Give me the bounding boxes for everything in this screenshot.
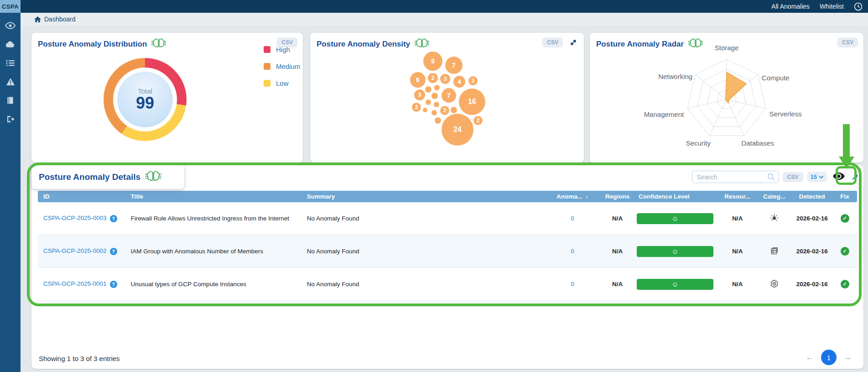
book-icon [6,96,14,106]
sidebar-item-overview[interactable] [5,22,16,31]
details-controls: CSV 15 [692,171,859,183]
density-bubble[interactable]: 7 [442,88,456,103]
firewall-network-icon[interactable] [770,214,779,222]
details-csv-button[interactable]: CSV [783,172,803,182]
showing-entries-text: Showing 1 to 3 of 3 entries [39,355,120,362]
whitelist-link[interactable]: Whitelist [820,3,844,10]
sidebar-item-list[interactable] [5,59,16,68]
density-bubble[interactable] [431,93,438,99]
anomaly-id-link[interactable]: CSPA-GCP-2025-0001 [43,280,107,287]
density-bubble[interactable] [451,107,457,113]
table-row: CSPA-GCP-2025-0002?IAM Group with Anomal… [38,235,857,268]
search-icon [767,173,775,183]
table-row: CSPA-GCP-2025-0001?Unusual types of GCP … [38,268,857,301]
details-expand-icon[interactable] [851,173,859,181]
detected-date-cell: 2026-02-16 [791,268,832,301]
legend-swatch-low [264,80,270,87]
warning-icon [6,78,15,88]
sidebar-item-alerts[interactable] [5,78,16,87]
dashboard-screen: CSPA All Anomalies Whitelist [0,0,868,372]
iam-group-icon[interactable] [770,246,779,255]
confidence-level-bar: ☺ [637,279,713,290]
density-bubble[interactable]: 7 [445,57,463,74]
density-bubble[interactable] [426,100,431,105]
anomaly-id-link[interactable]: CSPA-GCP-2025-0002 [43,247,107,254]
all-anomalies-link[interactable]: All Anomalies [771,3,810,10]
density-bubble[interactable]: 2 [473,116,483,125]
sidebar-item-signout[interactable] [5,115,16,125]
distribution-card-title: Posture Anomaly Distribution [38,37,166,51]
clock-icon[interactable] [854,2,863,11]
sidebar-item-reports[interactable] [5,97,16,106]
toggle-visibility-eye-button[interactable] [831,172,847,183]
regions-cell: N/A [599,235,636,268]
search-input[interactable] [692,171,779,183]
legend-swatch-high [264,46,270,53]
radar-axis-label: Serverless [769,110,802,118]
signout-icon [6,115,15,125]
anomaly-table: IDTitleSummaryAnoma...↓RegionsConfidence… [38,191,857,301]
ai-brain-icon [151,37,166,51]
anomaly-radar-chart: StorageComputeServerlessDatabasesSecurit… [590,33,863,162]
radar-axis-label: Storage [715,44,739,52]
chevron-down-icon [819,173,824,180]
anomaly-id-link[interactable]: CSPA-GCP-2025-0003 [43,215,107,221]
column-header-fix[interactable]: Fix [832,191,857,202]
confidence-level-bar: ☺ [637,213,713,224]
density-bubble[interactable] [434,102,439,107]
anomaly-summary-cell: No Anomaly Found [304,202,546,235]
next-page-arrow[interactable]: → [843,352,852,362]
column-header-resour[interactable]: Resour... [718,191,757,202]
density-bubble[interactable] [425,86,431,93]
breadcrumb-dashboard[interactable]: Dashboard [44,16,76,23]
resources-cell: N/A [718,235,757,268]
page-1-button[interactable]: 1 [821,350,837,365]
density-bubble[interactable] [423,108,427,112]
radar-axis-label: Management [644,110,684,118]
column-header-id[interactable]: ID [38,191,128,202]
sidebar-item-cloud[interactable] [5,41,16,50]
help-icon[interactable]: ? [110,248,117,255]
fix-check-icon[interactable]: ✓ [841,247,849,256]
fix-check-icon[interactable]: ✓ [841,214,849,223]
density-bubble[interactable]: 3 [440,74,450,84]
list-icon [6,59,15,68]
resources-cell: N/A [718,268,757,301]
distribution-card: Posture Anomaly Distribution CSV Total 9… [31,33,303,162]
anomaly-title-cell: Firewall Rule Allows Unrestricted Ingres… [128,202,304,235]
anomaly-count-link[interactable]: 0 [571,248,574,255]
anomaly-count-link[interactable]: 0 [571,281,574,288]
column-header-detected[interactable]: Detected [791,191,832,202]
density-bubble[interactable] [435,117,441,124]
column-header-regions[interactable]: Regions [599,191,636,202]
density-bubble[interactable]: 9 [423,52,442,71]
density-bubble[interactable]: 3 [468,76,478,85]
density-bubble[interactable]: 24 [442,114,473,146]
column-header-summary[interactable]: Summary [304,191,546,202]
confidence-level-bar: ☺ [637,246,713,257]
anomaly-count-link[interactable]: 0 [571,215,574,222]
details-card: Posture Anomaly Details CSV 15 IDTitleSu… [31,165,863,369]
page-size-select[interactable]: 15 [807,172,827,182]
density-bubble[interactable]: 2 [412,103,421,112]
density-bubble[interactable]: 2 [428,73,438,83]
density-card: Posture Anomaly Density CSV 976234337162… [310,33,584,162]
help-icon[interactable]: ? [110,215,117,222]
density-bubble[interactable] [431,110,437,115]
column-header-categ[interactable]: Categ... [757,191,791,202]
density-bubble[interactable]: 16 [459,89,485,115]
density-bubble[interactable] [434,85,440,90]
column-header-confidence-level[interactable]: Confidence Level [636,191,718,202]
density-bubble[interactable]: 3 [414,89,425,100]
help-icon[interactable]: ? [110,281,117,288]
column-header-title[interactable]: Title [128,191,304,202]
sort-desc-icon[interactable]: ↓ [585,193,588,200]
density-bubble[interactable]: 2 [440,106,449,115]
radar-axis-label: Compute [762,74,790,82]
density-bubble[interactable]: 4 [453,76,465,88]
density-bubble[interactable]: 6 [410,72,426,88]
compute-instance-icon[interactable] [770,279,779,288]
prev-page-arrow[interactable]: ← [806,352,814,362]
column-header-anoma[interactable]: Anoma...↓ [546,191,599,202]
fix-check-icon[interactable]: ✓ [841,280,849,288]
